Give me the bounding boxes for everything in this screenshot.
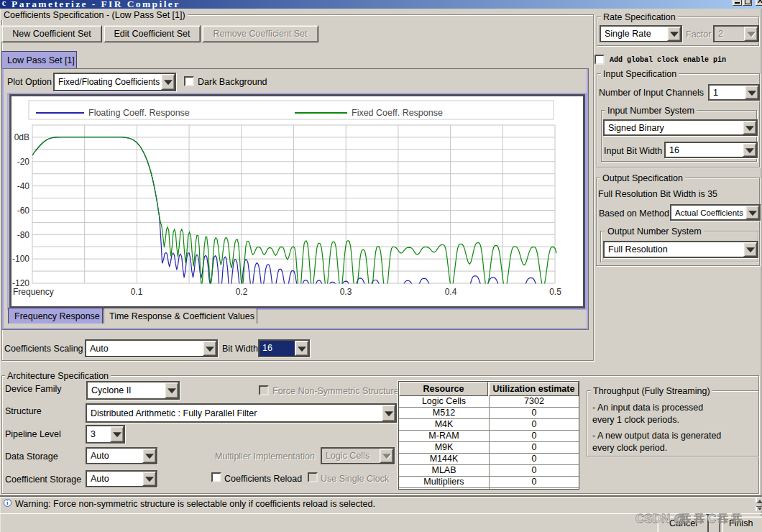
svg-text:-80: -80 <box>17 230 30 240</box>
svg-text:-100: -100 <box>12 254 29 264</box>
svg-text:Floating Coeff. Response: Floating Coeff. Response <box>88 108 190 118</box>
svg-text:0dB: 0dB <box>14 132 29 142</box>
svg-text:-60: -60 <box>17 206 30 216</box>
svg-text:0.3: 0.3 <box>340 287 352 297</box>
svg-text:-20: -20 <box>17 157 30 167</box>
svg-text:Fixed Coeff. Response: Fixed Coeff. Response <box>352 108 443 118</box>
svg-text:-40: -40 <box>17 181 30 191</box>
svg-text:0.4: 0.4 <box>445 287 457 297</box>
svg-text:C: C <box>707 512 716 526</box>
svg-text:0.2: 0.2 <box>236 287 248 297</box>
svg-text:Frequency: Frequency <box>13 287 54 297</box>
svg-text:0.1: 0.1 <box>131 287 143 297</box>
svg-text:0.5: 0.5 <box>549 287 561 297</box>
svg-text:CSDN @: CSDN @ <box>635 512 685 526</box>
